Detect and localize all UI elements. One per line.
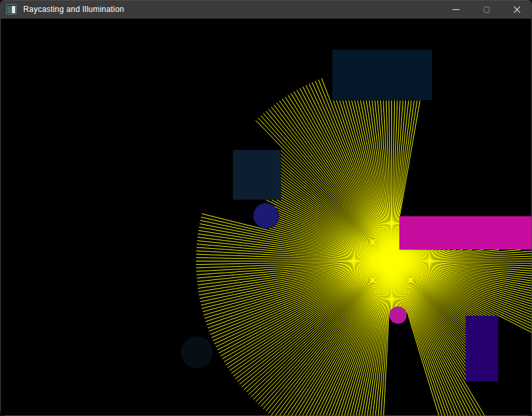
app-icon-pane-left — [7, 6, 12, 13]
app-window: Raycasting and Illumination — [0, 0, 532, 416]
minimize-icon — [452, 9, 460, 10]
raycast-canvas[interactable] — [1, 19, 531, 415]
app-icon[interactable] — [6, 4, 17, 15]
app-icon-pane-right — [12, 6, 15, 13]
close-button[interactable] — [501, 0, 532, 19]
titlebar[interactable]: Raycasting and Illumination — [0, 0, 532, 19]
window-title: Raycasting and Illumination — [23, 5, 124, 14]
window-controls — [440, 0, 532, 19]
scene-area — [1, 19, 531, 415]
minimize-button[interactable] — [440, 0, 471, 19]
maximize-icon — [484, 7, 490, 13]
close-icon — [513, 5, 521, 14]
maximize-button — [471, 0, 501, 19]
